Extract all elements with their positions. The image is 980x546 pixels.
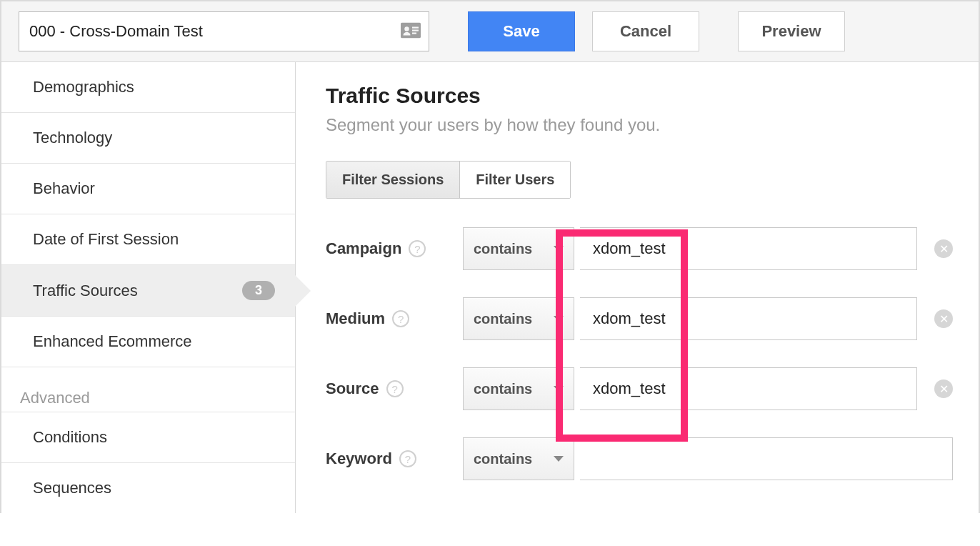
filter-users-tab[interactable]: Filter Users bbox=[460, 162, 570, 198]
toolbar: Save Cancel Preview bbox=[1, 1, 979, 62]
operator-select-keyword[interactable]: contains bbox=[463, 437, 574, 480]
preview-button[interactable]: Preview bbox=[738, 11, 845, 51]
chevron-down-icon bbox=[554, 316, 564, 322]
sidebar-item-label: Behavior bbox=[33, 179, 95, 198]
filter-sessions-tab[interactable]: Filter Sessions bbox=[326, 162, 460, 198]
field-label: Source ? bbox=[326, 379, 440, 398]
segment-name-wrap bbox=[19, 11, 429, 51]
help-icon[interactable]: ? bbox=[386, 380, 404, 397]
panel-title: Traffic Sources bbox=[326, 84, 953, 108]
sidebar-item-label: Sequences bbox=[33, 479, 111, 497]
value-input-source[interactable] bbox=[580, 367, 917, 410]
clear-button-medium[interactable]: ✕ bbox=[934, 309, 953, 328]
field-label: Keyword ? bbox=[326, 450, 440, 468]
sidebar-item-label: Demographics bbox=[33, 78, 134, 96]
field-row-campaign: Campaign ? contains ✕ bbox=[326, 227, 953, 270]
clear-button-campaign[interactable]: ✕ bbox=[934, 239, 953, 258]
sidebar-item-conditions[interactable]: Conditions bbox=[1, 412, 295, 463]
sidebar-item-date-first-session[interactable]: Date of First Session bbox=[1, 214, 295, 265]
value-input-medium[interactable] bbox=[580, 297, 917, 340]
sidebar-item-demographics[interactable]: Demographics bbox=[1, 62, 295, 113]
operator-select-campaign[interactable]: contains bbox=[463, 227, 574, 270]
field-label: Campaign ? bbox=[326, 239, 440, 258]
sidebar-item-behavior[interactable]: Behavior bbox=[1, 164, 295, 214]
operator-select-medium[interactable]: contains bbox=[463, 297, 574, 340]
sidebar-item-technology[interactable]: Technology bbox=[1, 113, 295, 164]
sidebar-item-label: Conditions bbox=[33, 428, 107, 447]
close-icon: ✕ bbox=[939, 242, 949, 256]
chevron-down-icon bbox=[554, 456, 564, 462]
value-input-campaign[interactable] bbox=[580, 227, 917, 270]
close-icon: ✕ bbox=[939, 312, 949, 326]
segment-editor: Save Cancel Preview Demographics Technol… bbox=[0, 0, 980, 513]
svg-rect-2 bbox=[412, 27, 419, 29]
field-label: Medium ? bbox=[326, 309, 440, 328]
svg-rect-3 bbox=[412, 30, 419, 31]
editor-body: Demographics Technology Behavior Date of… bbox=[1, 62, 979, 513]
sidebar-item-sequences[interactable]: Sequences bbox=[1, 463, 295, 513]
field-row-medium: Medium ? contains ✕ bbox=[326, 297, 953, 340]
close-icon: ✕ bbox=[939, 382, 949, 396]
svg-rect-4 bbox=[412, 33, 416, 34]
sidebar: Demographics Technology Behavior Date of… bbox=[1, 62, 296, 513]
sidebar-item-label: Enhanced Ecommerce bbox=[33, 332, 192, 351]
field-row-source: Source ? contains ✕ bbox=[326, 367, 953, 410]
filter-count-badge: 3 bbox=[242, 281, 275, 300]
chevron-down-icon bbox=[554, 246, 564, 252]
chevron-down-icon bbox=[554, 386, 564, 392]
sidebar-item-traffic-sources[interactable]: Traffic Sources 3 bbox=[1, 265, 295, 317]
save-button[interactable]: Save bbox=[468, 11, 575, 51]
main-panel: Traffic Sources Segment your users by ho… bbox=[296, 62, 979, 513]
filter-scope-toggle: Filter Sessions Filter Users bbox=[326, 161, 571, 199]
sidebar-item-label: Date of First Session bbox=[33, 230, 179, 249]
value-input-keyword[interactable] bbox=[580, 437, 953, 480]
operator-select-source[interactable]: contains bbox=[463, 367, 574, 410]
sidebar-item-enhanced-ecommerce[interactable]: Enhanced Ecommerce bbox=[1, 317, 295, 367]
cancel-button[interactable]: Cancel bbox=[592, 11, 699, 51]
segment-name-input[interactable] bbox=[19, 11, 429, 51]
sidebar-item-label: Traffic Sources bbox=[33, 282, 138, 300]
sidebar-section-advanced: Advanced bbox=[1, 367, 295, 412]
field-row-keyword: Keyword ? contains bbox=[326, 437, 953, 480]
clear-button-source[interactable]: ✕ bbox=[934, 379, 953, 398]
help-icon[interactable]: ? bbox=[409, 240, 426, 257]
help-icon[interactable]: ? bbox=[399, 450, 416, 467]
panel-subtitle: Segment your users by how they found you… bbox=[326, 115, 953, 135]
id-card-icon bbox=[401, 23, 421, 41]
svg-point-1 bbox=[404, 26, 409, 31]
sidebar-item-label: Technology bbox=[33, 129, 112, 147]
help-icon[interactable]: ? bbox=[392, 310, 409, 327]
